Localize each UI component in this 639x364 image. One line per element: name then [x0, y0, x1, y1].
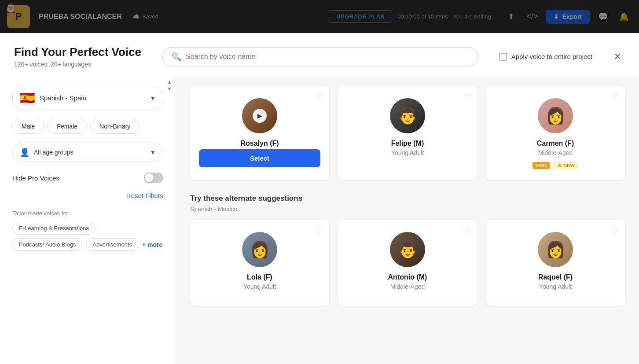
- voice-age-antonio: Middle-Aged: [390, 283, 425, 290]
- avatar-lola: 👩: [242, 232, 277, 267]
- search-icon: 🔍: [172, 52, 181, 62]
- spain-flag-icon: 🇪🇸: [20, 91, 35, 105]
- voice-age-carmen: Middle-Aged: [538, 149, 573, 156]
- person-icon: 👤: [20, 147, 29, 157]
- voice-name-antonio: Antonio (M): [388, 273, 427, 281]
- voice-age-raquel: Young Adult: [539, 283, 572, 290]
- category-elearning[interactable]: E-Learning & Presentations: [12, 222, 95, 235]
- voice-name-raquel: Raquel (F): [538, 273, 573, 281]
- reset-filters-link[interactable]: Reset Filters: [12, 192, 163, 199]
- age-group-selector[interactable]: 👤 All age groups ▼: [12, 143, 163, 162]
- heart-icon-carmen[interactable]: ♡: [612, 92, 619, 102]
- gender-female-button[interactable]: Female: [48, 119, 87, 134]
- avatar-raquel: 👩: [538, 232, 573, 267]
- star-icon-carmen: ★: [557, 162, 562, 169]
- voice-name-lola: Lola (F): [247, 273, 272, 281]
- gender-filters: Male Female Non-Binary: [12, 119, 163, 134]
- age-label: All age groups: [34, 149, 145, 156]
- close-button[interactable]: ✕: [610, 49, 625, 64]
- modal-overlay: Find Your Perfect Voice 120+ voices, 20+…: [0, 0, 639, 364]
- voice-card-felipe: ♡ 👨 Felipe (M) Young Adult: [338, 86, 477, 180]
- heart-icon-antonio[interactable]: ♡: [464, 226, 471, 235]
- voice-age-felipe: Young Adult: [391, 149, 424, 156]
- heart-icon-raquel[interactable]: ♡: [612, 226, 619, 235]
- voice-card-raquel: ♡ 👩 Raquel (F) Young Adult: [486, 220, 625, 306]
- avatar-rosalyn: ▶: [242, 98, 277, 133]
- hide-pro-toggle[interactable]: [144, 173, 163, 183]
- select-button-rosalyn[interactable]: Select: [199, 149, 320, 167]
- scroll-down-icon[interactable]: ▼: [167, 86, 172, 92]
- search-bar[interactable]: 🔍: [162, 47, 478, 66]
- face-raquel: 👩: [538, 232, 573, 267]
- scroll-up-icon[interactable]: ▲: [167, 79, 172, 85]
- avatar-carmen: 👩: [538, 98, 573, 133]
- avatar-antonio: 👨: [390, 232, 425, 267]
- modal-header: Find Your Perfect Voice 120+ voices, 20+…: [0, 33, 639, 75]
- voice-name-rosalyn: Rosalyn (F): [240, 140, 279, 147]
- modal-title-block: Find Your Perfect Voice 120+ voices, 20+…: [14, 45, 141, 68]
- category-ads[interactable]: Advertisements: [86, 238, 139, 251]
- tailor-label: Tailor-made voices for: [12, 210, 163, 217]
- toggle-knob: [145, 173, 154, 182]
- new-label-carmen: NEW: [563, 163, 575, 168]
- apply-voice-checkbox[interactable]: [499, 53, 507, 61]
- suggestions-title: Try these alternate suggestions: [190, 194, 625, 203]
- voice-age-lola: Young Adult: [243, 283, 276, 290]
- voice-card-lola: ♡ 👩 Lola (F) Young Adult: [190, 220, 329, 306]
- new-badge-carmen: ★ NEW: [554, 162, 578, 169]
- voice-modal: Find Your Perfect Voice 120+ voices, 20+…: [0, 33, 639, 364]
- age-chevron-icon: ▼: [150, 149, 156, 156]
- search-input[interactable]: [186, 53, 469, 61]
- gender-male-button[interactable]: Male: [12, 119, 44, 134]
- face-antonio: 👨: [390, 232, 425, 267]
- voice-name-carmen: Carmen (F): [537, 140, 574, 147]
- badges-row-carmen: PRO ★ NEW: [532, 162, 578, 169]
- category-tags: E-Learning & Presentations Podcasts/ Aud…: [12, 222, 163, 251]
- more-categories-link[interactable]: + more: [142, 241, 162, 248]
- face-carmen: 👩: [538, 98, 573, 133]
- apply-voice-label: Apply voice to entire project: [511, 53, 592, 60]
- heart-icon-felipe[interactable]: ♡: [464, 92, 471, 102]
- play-button-rosalyn[interactable]: ▶: [253, 109, 267, 123]
- main-voice-grid: ♡ ▶ Rosalyn (F) Select ♡ 👨: [190, 86, 625, 180]
- suggestions-lang: Spanish - Mexico: [190, 206, 625, 213]
- voice-card-rosalyn: ♡ ▶ Rosalyn (F) Select: [190, 86, 329, 180]
- face-felipe: 👨: [390, 98, 425, 133]
- chevron-down-icon: ▼: [150, 95, 156, 102]
- voice-name-felipe: Felipe (M): [391, 140, 424, 147]
- content-area: ♡ ▶ Rosalyn (F) Select ♡ 👨: [176, 75, 639, 364]
- voice-card-antonio: ♡ 👨 Antonio (M) Middle-Aged: [338, 220, 477, 306]
- scrollbar: ▲ ▼: [167, 75, 172, 92]
- modal-subtitle: 120+ voices, 20+ languages: [14, 61, 141, 68]
- sidebar: ▲ ▼ 🇪🇸 Spanish - Spain ▼ Male Female Non…: [0, 75, 176, 364]
- apply-voice-row: Apply voice to entire project: [499, 53, 592, 61]
- modal-body: ▲ ▼ 🇪🇸 Spanish - Spain ▼ Male Female Non…: [0, 75, 639, 364]
- play-overlay-rosalyn[interactable]: ▶: [242, 98, 277, 133]
- hide-pro-label: Hide Pro Voices: [12, 174, 59, 182]
- voice-card-carmen: ♡ 👩 Carmen (F) Middle-Aged PRO ★ NEW: [486, 86, 625, 180]
- category-podcasts[interactable]: Podcasts/ Audio Blogs: [12, 238, 82, 251]
- language-name: Spanish - Spain: [40, 94, 145, 102]
- heart-icon-rosalyn[interactable]: ♡: [316, 92, 323, 102]
- heart-icon-lola[interactable]: ♡: [316, 226, 323, 235]
- face-lola: 👩: [242, 232, 277, 267]
- modal-title: Find Your Perfect Voice: [14, 45, 141, 59]
- language-selector[interactable]: 🇪🇸 Spanish - Spain ▼: [12, 86, 163, 110]
- hide-pro-row: Hide Pro Voices: [12, 173, 163, 183]
- avatar-felipe: 👨: [390, 98, 425, 133]
- suggestions-grid: ♡ 👩 Lola (F) Young Adult ♡ 👨 Antonio: [190, 220, 625, 306]
- pro-badge-carmen: PRO: [532, 162, 550, 169]
- gender-nonbinary-button[interactable]: Non-Binary: [90, 119, 140, 134]
